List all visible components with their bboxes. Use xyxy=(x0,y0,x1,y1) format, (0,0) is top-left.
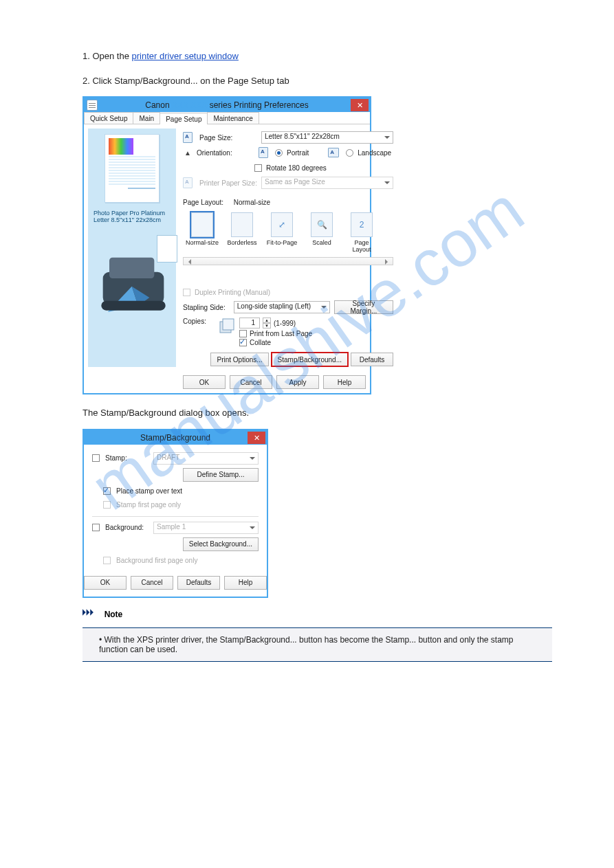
title-model-redacted: XXX XXX xyxy=(172,100,207,110)
apply-button[interactable]: Apply xyxy=(276,375,319,389)
copies-label: Copies: xyxy=(183,318,215,325)
preview-caption-1: Photo Paper Pro Platinum xyxy=(92,210,172,216)
page-size-label: Page Size: xyxy=(199,134,257,142)
defaults-button[interactable]: Defaults xyxy=(351,353,393,366)
tab-quick-setup[interactable]: Quick Setup xyxy=(84,112,133,124)
portrait-icon xyxy=(259,147,268,158)
stamp-first-label: Stamp first page only xyxy=(116,501,181,509)
layout-fit-to-page[interactable]: ⤢Fit-to-Page xyxy=(265,212,298,253)
stamp-first-checkbox xyxy=(103,501,111,509)
close-icon[interactable]: ✕ xyxy=(351,99,369,111)
print-options-button[interactable]: Print Options... xyxy=(210,353,268,366)
layout-scrollbar[interactable] xyxy=(183,257,393,265)
close-icon[interactable]: ✕ xyxy=(248,432,265,444)
svg-marker-9 xyxy=(90,609,94,615)
title-suffix: series Printing Preferences xyxy=(207,100,308,110)
layout-scaled[interactable]: 🔍Scaled xyxy=(305,212,338,253)
stapling-select[interactable]: Long-side stapling (Left) xyxy=(234,301,330,313)
ok-button[interactable]: OK xyxy=(183,375,226,389)
bg-first-checkbox xyxy=(103,557,111,564)
copies-up[interactable]: ▲ xyxy=(263,318,271,323)
dialog-footer: OK Cancel Apply Help xyxy=(84,371,370,393)
svg-rect-4 xyxy=(101,301,165,311)
dialog2-title: Stamp/Background xyxy=(140,433,210,443)
print-last-page-label: Print from Last Page xyxy=(250,330,312,337)
place-over-label: Place stamp over text xyxy=(116,487,182,495)
cancel-button[interactable]: Cancel xyxy=(131,576,173,590)
print-last-page-checkbox[interactable] xyxy=(239,330,247,337)
help-button[interactable]: Help xyxy=(323,375,366,389)
step-2: 2. Click Stamp/Background... on the Page… xyxy=(83,75,552,87)
tab-maintenance[interactable]: Maintenance xyxy=(207,112,259,124)
note-label: Note xyxy=(105,610,123,619)
portrait-radio[interactable] xyxy=(275,149,283,157)
stamp-background-dialog: Stamp/Background ✕ Stamp: DRAFT Define S… xyxy=(83,429,268,598)
printer-paper-icon xyxy=(183,177,193,188)
duplex-checkbox xyxy=(183,289,190,296)
copies-input[interactable]: 1 xyxy=(239,318,260,329)
copies-icon xyxy=(219,318,235,335)
layout-label: Scaled xyxy=(312,239,331,246)
background-checkbox[interactable] xyxy=(92,524,100,531)
landscape-icon xyxy=(328,148,339,157)
page-size-select[interactable]: Letter 8.5"x11" 22x28cm xyxy=(261,131,393,144)
select-background-button[interactable]: Select Background... xyxy=(183,537,259,551)
layout-normal-size[interactable]: Normal-size xyxy=(186,212,219,253)
portrait-label: Portrait xyxy=(287,149,309,157)
ok-button[interactable]: OK xyxy=(84,576,127,590)
stamp-background-button[interactable]: Stamp/Background... xyxy=(272,353,348,366)
doc-text-3: The Stamp/Background dialog box opens. xyxy=(83,407,552,419)
svg-marker-8 xyxy=(87,609,90,615)
place-over-checkbox[interactable] xyxy=(103,487,111,495)
preview-panel: Photo Paper Pro Platinum Letter 8.5"x11"… xyxy=(88,129,176,367)
orientation-label: Orientation: xyxy=(197,149,254,157)
duplex-label: Duplex Printing (Manual) xyxy=(195,289,270,296)
layout-label: Borderless xyxy=(227,239,256,246)
settings-panel: Page Size: Letter 8.5"x11" 22x28cm ▲ Ori… xyxy=(180,129,396,367)
orientation-icon: ▲ xyxy=(183,149,193,157)
rotate180-checkbox[interactable] xyxy=(254,164,262,172)
define-stamp-button[interactable]: Define Stamp... xyxy=(183,468,259,482)
copies-down[interactable]: ▼ xyxy=(263,323,271,329)
step-1: 1. Open the printer driver setup window xyxy=(83,50,552,63)
title-prefix: Canon xyxy=(145,100,172,110)
background-label: Background: xyxy=(105,524,148,531)
svg-marker-7 xyxy=(83,609,86,615)
dialog2-titlebar: Stamp/Background ✕ xyxy=(84,430,267,445)
tab-bar: Quick Setup Main Page Setup Maintenance xyxy=(84,112,370,124)
tab-page-setup[interactable]: Page Setup xyxy=(160,113,208,124)
driver-setup-link[interactable]: printer driver setup window xyxy=(132,51,239,61)
layout-label: Fit-to-Page xyxy=(267,239,298,246)
svg-rect-6 xyxy=(223,319,234,330)
printer-paper-label: Printer Paper Size: xyxy=(199,179,257,187)
note-box: • With the XPS printer driver, the Stamp… xyxy=(83,627,552,662)
layout-label: Normal-size xyxy=(186,239,219,246)
step-1-prefix: 1. Open the xyxy=(83,51,132,61)
stapling-label: Stapling Side: xyxy=(183,304,230,311)
layout-borderless[interactable]: Borderless xyxy=(226,212,259,253)
printer-system-icon xyxy=(87,100,98,111)
page-size-icon xyxy=(183,132,193,143)
stamp-checkbox[interactable] xyxy=(92,454,100,462)
collate-checkbox[interactable] xyxy=(239,339,247,346)
note-chevrons-icon xyxy=(83,608,102,617)
specify-margin-button[interactable]: Specify Margin... xyxy=(334,300,393,314)
preview-mini-thumb xyxy=(157,235,177,263)
dialog-titlebar: Canon XXX XXX series Printing Preference… xyxy=(84,98,370,112)
page-layout-label: Page Layout: xyxy=(183,199,223,206)
stamp-label: Stamp: xyxy=(105,454,148,462)
landscape-radio[interactable] xyxy=(346,149,353,157)
preview-doc-thumb xyxy=(105,134,160,203)
bg-first-label: Background first page only xyxy=(116,557,197,564)
preview-caption-2: Letter 8.5"x11" 22x28cm xyxy=(92,216,172,223)
rotate180-label: Rotate 180 degrees xyxy=(266,164,327,172)
defaults-button[interactable]: Defaults xyxy=(177,576,220,590)
layout-page-layout[interactable]: 2Page Layout xyxy=(345,212,378,253)
cancel-button[interactable]: Cancel xyxy=(230,375,272,389)
tab-main[interactable]: Main xyxy=(133,112,160,124)
background-select: Sample 1 xyxy=(153,522,259,534)
printer-paper-select: Same as Page Size xyxy=(261,177,393,189)
collate-label: Collate xyxy=(250,339,271,346)
help-button[interactable]: Help xyxy=(224,576,267,590)
printing-preferences-dialog: Canon XXX XXX series Printing Preference… xyxy=(83,96,371,394)
